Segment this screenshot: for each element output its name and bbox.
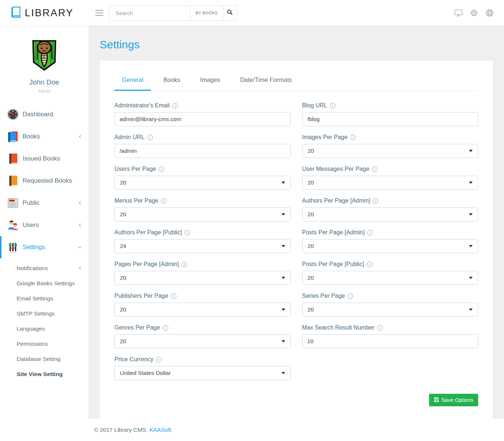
images-per-page-select[interactable]: 20 [302, 144, 479, 158]
series-per-page-select[interactable]: 20 [302, 303, 479, 317]
sidebar-item-users[interactable]: Users [0, 214, 89, 236]
info-icon[interactable]: i [350, 135, 356, 140]
chevron-left-icon [78, 223, 82, 227]
search-scope-dropdown[interactable]: BY BOOKS [190, 6, 223, 20]
field-posts-per-page-public: Posts Per Page [Public] i 20 [302, 261, 479, 285]
app-logo[interactable]: LIBRARY [0, 6, 89, 20]
topbar-actions [454, 9, 504, 17]
info-icon[interactable]: i [330, 103, 335, 108]
info-icon[interactable]: i [147, 135, 153, 140]
search-input[interactable] [110, 6, 190, 20]
field-label: Price Currency [114, 356, 153, 363]
sidebar-item-books[interactable]: Books [0, 125, 89, 148]
field-authors-per-page-public: Authors Per Page [Public] i 24 [114, 229, 291, 253]
tab-images[interactable]: Images [193, 69, 228, 91]
authors-per-page-public-select[interactable]: 24 [114, 239, 291, 253]
settings-submenu: Notifications Google Books Settings Emai… [0, 258, 89, 385]
posts-per-page-public-select[interactable]: 20 [302, 271, 479, 285]
sidebar-item-requested-books[interactable]: Requested Books [0, 170, 89, 192]
info-icon[interactable]: i [159, 166, 164, 172]
posts-per-page-admin-select[interactable]: 20 [302, 239, 479, 253]
caret-down-icon [469, 182, 473, 184]
info-icon[interactable]: i [182, 262, 187, 267]
sidebar-item-dashboard[interactable]: Dashboard [0, 103, 89, 125]
menus-per-page-select[interactable]: 20 [114, 207, 291, 221]
field-label: Authors Per Page [Admin] [302, 197, 370, 204]
info-icon[interactable]: i [377, 325, 383, 331]
info-icon[interactable]: i [372, 166, 377, 172]
chevron-left-icon [78, 201, 82, 205]
submenu-item-email-settings[interactable]: Email Settings [0, 291, 89, 306]
tab-datetime-formats[interactable]: Date/Time Formats [233, 69, 300, 91]
sidebar-item-label: Settings [23, 244, 45, 251]
field-label: Max Search Result Number [302, 324, 375, 331]
brand-link[interactable]: KAASoft. [149, 427, 173, 433]
info-icon[interactable]: i [163, 325, 168, 331]
field-label: Blog URL [302, 102, 327, 109]
menu-toggle-icon[interactable] [93, 6, 106, 20]
save-options-button[interactable]: Save Options [429, 394, 478, 406]
submenu-item-google-books-settings[interactable]: Google Books Settings [0, 276, 89, 291]
submenu-item-database-setting[interactable]: Database Setting [0, 351, 89, 366]
search-button[interactable] [223, 6, 237, 20]
caret-down-icon [469, 277, 473, 279]
tab-books[interactable]: Books [156, 69, 188, 91]
submenu-item-notifications[interactable]: Notifications [0, 261, 89, 276]
sidebar-item-issued-books[interactable]: Issued Books [0, 148, 89, 170]
info-icon[interactable]: i [367, 262, 372, 267]
info-icon[interactable]: i [156, 357, 162, 362]
info-icon[interactable]: i [161, 198, 166, 204]
blog-url-input[interactable] [302, 112, 479, 126]
avatar[interactable] [25, 66, 63, 73]
user-role: Admin [0, 89, 89, 94]
globe-icon[interactable] [486, 9, 494, 17]
field-label: Admin URL [114, 134, 145, 141]
users-per-page-select[interactable]: 20 [114, 176, 291, 190]
display-icon[interactable] [454, 9, 463, 17]
submenu-item-site-view-setting[interactable]: Site View Setting [0, 366, 89, 382]
user-messages-per-page-select[interactable]: 20 [302, 176, 479, 190]
info-icon[interactable]: i [348, 293, 353, 299]
sidebar-item-settings[interactable]: Settings [0, 236, 89, 258]
administrators-email-input[interactable] [114, 112, 291, 126]
info-icon[interactable]: i [373, 198, 378, 204]
caret-down-icon [282, 213, 285, 216]
info-icon[interactable]: i [367, 230, 373, 235]
field-posts-per-page-admin: Posts Per Page [Admin] i 20 [302, 229, 479, 253]
field-label: User Messages Per Page [302, 166, 369, 172]
info-icon[interactable]: i [171, 293, 176, 299]
field-user-messages-per-page: User Messages Per Page i 20 [302, 166, 479, 190]
field-label: Users Per Page [114, 166, 156, 172]
publishers-per-page-select[interactable]: 20 [114, 303, 291, 317]
caret-down-icon [282, 340, 285, 342]
pages-per-page-admin-select[interactable]: 20 [114, 271, 291, 285]
gauge-icon [7, 108, 19, 121]
book-logo-icon [10, 6, 21, 20]
price-currency-select[interactable]: United States Dollar [114, 366, 291, 380]
submenu-item-label: Google Books Settings [17, 280, 75, 287]
gear-icon[interactable] [470, 9, 478, 17]
submenu-item-label: Database Setting [17, 356, 61, 362]
save-icon [434, 397, 439, 403]
issued-book-icon [7, 152, 19, 165]
info-icon[interactable]: i [184, 230, 190, 235]
submenu-item-smtp-settings[interactable]: SMTP Settings [0, 306, 89, 321]
authors-per-page-admin-select[interactable]: 20 [302, 207, 479, 221]
sidebar-item-public[interactable]: Public [0, 192, 89, 214]
sidebar-item-label: Issued Books [23, 155, 60, 162]
newspaper-icon [7, 197, 19, 209]
max-search-result-number-input[interactable] [302, 334, 479, 348]
info-icon[interactable]: i [172, 103, 178, 108]
submenu-item-permissions[interactable]: Permissions [0, 336, 89, 351]
submenu-item-languages[interactable]: Languages [0, 321, 89, 336]
submenu-item-label: Notifications [17, 265, 48, 272]
sidebar-item-label: Users [23, 221, 39, 229]
field-label: Pages Per Page [Admin] [114, 261, 179, 268]
admin-url-input[interactable] [114, 144, 291, 158]
tab-general[interactable]: General [114, 69, 151, 91]
users-icon [7, 219, 19, 231]
field-label: Posts Per Page [Public] [302, 261, 364, 268]
sliders-icon [7, 241, 19, 254]
chevron-left-icon [78, 134, 82, 139]
genres-per-page-select[interactable]: 20 [114, 334, 291, 348]
